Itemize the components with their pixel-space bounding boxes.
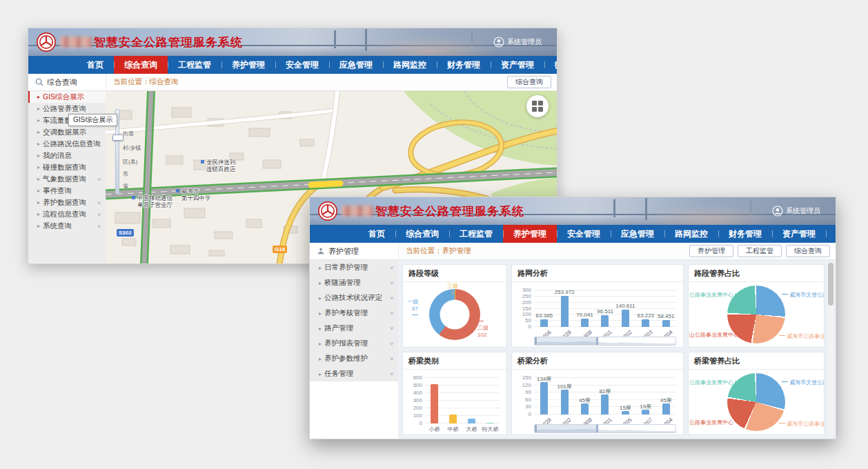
sidebar-item[interactable]: ▸我的消息: [28, 150, 106, 161]
nav-item[interactable]: 微信管理: [544, 56, 558, 74]
chevron-down-icon: ∨: [389, 341, 394, 346]
arrow-icon: ▸: [37, 164, 40, 170]
user-menu[interactable]: 系统管理员: [493, 37, 542, 48]
corner-button[interactable]: 工程监管: [738, 245, 782, 257]
nav-item[interactable]: 养护管理: [221, 56, 275, 74]
sidebar-item[interactable]: ▸养护报表管理∨: [310, 336, 398, 351]
arrow-icon: ▸: [37, 152, 40, 159]
nav-item[interactable]: 资产管理: [772, 225, 826, 243]
map-layers-button[interactable]: [526, 95, 549, 117]
bar-column: [425, 378, 444, 423]
corner-button[interactable]: 综合查询: [786, 245, 830, 257]
app-title: 智慧安全公路管理服务系统: [375, 203, 524, 219]
nav-item[interactable]: 首页: [77, 56, 114, 74]
scrollbar-thumb[interactable]: [828, 263, 834, 306]
nav-item[interactable]: 资产管理: [491, 56, 544, 74]
bar: [431, 384, 438, 423]
sidebar-item[interactable]: ▸交调数据展示: [28, 126, 106, 138]
arrow-icon: ▸: [37, 199, 40, 206]
avatar-icon: [493, 37, 504, 48]
bar-column: 140.611: [615, 290, 635, 327]
arrow-icon: ▸: [37, 176, 40, 182]
nav-item[interactable]: 综合查询: [395, 225, 449, 243]
sidebar-item[interactable]: ▸养护数据查询∨: [28, 197, 106, 208]
nav-item[interactable]: 微信管理: [826, 225, 836, 243]
username: 系统管理员: [507, 37, 542, 47]
nav-item[interactable]: 应急管理: [611, 225, 664, 243]
chart-bridge-category: 0100200300400500600小桥中桥大桥特大桥: [403, 370, 506, 435]
nav-item[interactable]: 综合查询: [114, 56, 168, 74]
sidebar: ▸日常养护管理∨▸桥隧涵管理∨▸公路技术状况评定∨▸养护考核管理∨▸路产管理∨▸…: [310, 260, 398, 439]
nav-item[interactable]: 财务管理: [718, 225, 772, 243]
y-tick-label: 600: [406, 375, 422, 381]
sidebar-item[interactable]: ▸事件查询: [28, 185, 106, 197]
chevron-down-icon: ∨: [97, 223, 101, 228]
bar-column: 96.511: [595, 290, 615, 327]
sidebar-item[interactable]: ▸公路管养查询: [28, 103, 106, 114]
nav-item[interactable]: 工程监管: [449, 225, 503, 243]
y-tick-label: 100: [515, 311, 531, 317]
pie-label: 公路事业发展中心: [689, 379, 741, 386]
sidebar-item[interactable]: ▸GIS综合展示: [28, 91, 106, 103]
breadcrumb: 当前位置：综合查询: [106, 74, 507, 90]
nav-item[interactable]: 路网监控: [664, 225, 718, 243]
grid-icon: [532, 101, 543, 112]
sidebar-item[interactable]: ▸路产管理∨: [310, 321, 398, 336]
bar: [468, 419, 475, 423]
datazoom-selection[interactable]: [535, 425, 598, 432]
sidebar-item[interactable]: ▸流程信息查询∨: [28, 208, 106, 220]
nav-item[interactable]: 安全管理: [275, 56, 329, 74]
sidebar-item[interactable]: ▸公路路况信息查询: [28, 138, 106, 150]
sidebar-item[interactable]: ▸桥隧涵管理∨: [310, 275, 398, 290]
corner-button[interactable]: 综合查询: [507, 76, 551, 88]
nav-item[interactable]: 财务管理: [437, 56, 491, 74]
zoom-handle[interactable]: [112, 134, 124, 141]
nav-item[interactable]: 首页: [358, 225, 395, 243]
datazoom-selection[interactable]: [535, 337, 598, 345]
datazoom-slider[interactable]: [534, 337, 676, 346]
chart-panel-bridge-analysis: 桥梁分析 0306090120150134座101座45座82座15座19座45…: [511, 352, 684, 435]
user-menu[interactable]: 系统管理员: [772, 206, 820, 217]
chart-road-network-analysis: 05010015020025030063.385253.97270.04196.…: [512, 282, 683, 347]
chevron-down-icon: ∨: [389, 266, 394, 270]
bar-column: [462, 378, 481, 423]
bar-column: [481, 378, 500, 423]
sidebar-item[interactable]: ▸碰撞数据查询: [28, 161, 106, 173]
bar-plot: 05010015020025030063.385253.97270.04196.…: [534, 290, 676, 327]
sidebar-item[interactable]: ▸气象数据查询∨: [28, 173, 106, 185]
bar: 96.511: [601, 315, 609, 327]
sidebar-item[interactable]: ▸任务管理∨: [310, 366, 398, 381]
sidebar-header: 养护管理: [310, 243, 398, 259]
x-tick-label: 中桥: [448, 426, 459, 433]
chevron-down-icon: ∨: [389, 357, 394, 361]
nav-item[interactable]: 路网监控: [383, 56, 437, 74]
scrollbar[interactable]: [828, 263, 834, 437]
x-cell: 小桥: [425, 424, 444, 433]
map-poi-label: 威海市第十四中学: [181, 188, 211, 201]
nav-item[interactable]: 工程监管: [168, 56, 221, 74]
app-header: 智慧安全公路管理服务系统 系统管理员: [28, 28, 557, 56]
donut-hole: [440, 300, 470, 330]
corner-buttons: 综合查询: [507, 74, 557, 90]
x-cell: G228: [554, 328, 574, 337]
nav-item[interactable]: 应急管理: [329, 56, 383, 74]
main-nav: 首页综合查询工程监管养护管理安全管理应急管理路网监控财务管理资产管理微信管理组织…: [310, 225, 836, 243]
y-tick-label: 250: [515, 293, 531, 299]
sidebar-item[interactable]: ▸日常养护管理∨: [310, 260, 398, 275]
breadcrumb: 当前位置：养护管理: [398, 243, 689, 259]
sidebar-item[interactable]: ▸养护考核管理∨: [310, 306, 398, 321]
nav-item[interactable]: 安全管理: [557, 225, 611, 243]
x-cell: S201: [595, 415, 615, 424]
arrow-icon: ▸: [319, 295, 322, 301]
pie-label: 威海市公路事业发: [779, 333, 824, 340]
bar-value-label: 15座: [620, 404, 631, 412]
sidebar-item-label: 公路路况信息查询: [43, 139, 101, 149]
sidebar-item[interactable]: ▸系统查询∨: [28, 220, 106, 232]
censored-brand-name: [60, 37, 92, 48]
sidebar-item[interactable]: ▸养护参数维护∨: [310, 351, 398, 366]
nav-item[interactable]: 养护管理: [503, 225, 557, 243]
sidebar-item[interactable]: ▸公路技术状况评定∨: [310, 290, 398, 306]
datazoom-slider[interactable]: [534, 424, 676, 433]
corner-buttons: 养护管理工程监管综合查询: [689, 243, 836, 259]
corner-button[interactable]: 养护管理: [689, 245, 733, 257]
